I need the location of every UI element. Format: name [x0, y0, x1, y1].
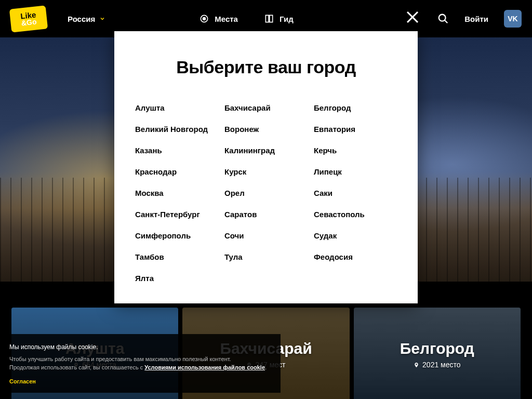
city-grid: Алушта Бахчисарай Белгород Великий Новго… [135, 103, 397, 283]
vk-label: VK [508, 15, 517, 23]
city-option[interactable]: Бахчисарай [224, 103, 308, 112]
city-option[interactable]: Белгород [314, 103, 397, 112]
card-subtitle: 2021 место [414, 361, 461, 369]
book-icon [264, 14, 274, 24]
city-option[interactable]: Симферополь [135, 231, 218, 240]
cookie-text-1: Чтобы улучшить работу сайта и предостави… [9, 355, 271, 364]
login-button[interactable]: Войти [464, 15, 488, 23]
modal-title: Выберите ваш город [135, 57, 397, 77]
search-icon[interactable] [437, 13, 449, 24]
cookie-text-2: Продолжая использовать сайт, вы соглашае… [9, 363, 271, 372]
cookie-accept-button[interactable]: Согласен [9, 377, 36, 386]
city-option[interactable]: Евпатория [314, 125, 397, 134]
city-card-belgorod[interactable]: Белгород 2021 место [354, 308, 521, 399]
nav-places[interactable]: Места [199, 14, 238, 24]
city-option[interactable]: Липецк [314, 167, 397, 176]
card-title: Белгород [400, 340, 474, 357]
city-option[interactable]: Севастополь [314, 210, 397, 219]
city-option[interactable]: Краснодар [135, 167, 218, 176]
nav-places-label: Места [215, 15, 238, 23]
region-selector[interactable]: Россия [68, 15, 105, 23]
svg-point-1 [203, 18, 206, 20]
city-option[interactable]: Тамбов [135, 252, 218, 261]
nav-guide-label: Гид [280, 15, 294, 23]
city-option[interactable]: Сочи [224, 231, 308, 240]
logo[interactable]: Like &Go [9, 5, 48, 32]
vk-button[interactable]: VK [504, 10, 522, 28]
cookie-banner: Мы используем файлы cookie. Чтобы улучши… [0, 334, 281, 393]
city-option[interactable]: Саратов [224, 210, 308, 219]
city-option[interactable]: Саки [314, 189, 397, 197]
svg-point-2 [439, 15, 446, 21]
region-label: Россия [68, 15, 95, 23]
city-option[interactable]: Тула [224, 252, 308, 261]
city-option[interactable]: Ялта [135, 274, 218, 283]
logo-line2: &Go [21, 18, 37, 26]
city-option[interactable]: Воронеж [224, 125, 308, 134]
target-icon [199, 14, 209, 24]
city-option[interactable]: Санкт-Петербург [135, 210, 218, 219]
city-option[interactable]: Великий Новгород [135, 125, 218, 134]
header-right: Войти VK [437, 10, 522, 28]
close-icon [405, 9, 420, 25]
city-option[interactable]: Керчь [314, 146, 397, 155]
city-option[interactable]: Калининград [224, 146, 308, 155]
city-option[interactable]: Алушта [135, 103, 218, 112]
pin-icon [414, 362, 419, 368]
city-option[interactable]: Орел [224, 189, 308, 197]
svg-line-3 [445, 20, 448, 23]
city-option[interactable]: Курск [224, 167, 308, 176]
chevron-down-icon [99, 16, 105, 22]
city-option[interactable]: Феодосия [314, 252, 397, 261]
city-option[interactable]: Казань [135, 146, 218, 155]
city-option[interactable]: Москва [135, 189, 218, 197]
close-button[interactable] [405, 9, 420, 25]
nav-center: Места Гид [199, 14, 294, 24]
city-option[interactable]: Судак [314, 231, 397, 240]
cookie-terms-link[interactable]: Условиями использования файлов cookie [144, 364, 265, 370]
nav-guide[interactable]: Гид [264, 14, 294, 24]
cookie-title: Мы используем файлы cookie. [9, 342, 271, 352]
city-modal: Выберите ваш город Алушта Бахчисарай Бел… [114, 31, 418, 303]
